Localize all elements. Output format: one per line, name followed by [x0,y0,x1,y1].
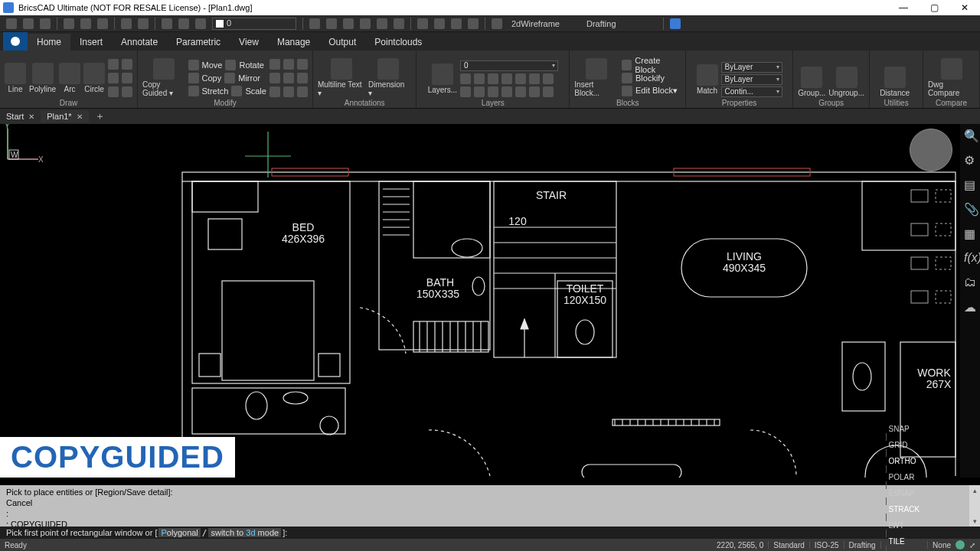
tab-view[interactable]: View [230,34,268,51]
qat-i5-icon[interactable] [377,18,387,29]
lineweight-select[interactable]: ByLayer [721,74,782,85]
tab-insert[interactable]: Insert [70,34,112,51]
workspace-select[interactable]: Drafting [583,19,657,28]
mod-s8-icon[interactable] [283,86,294,97]
lay-s1-icon[interactable] [460,73,471,84]
status-toggle-strack[interactable]: STRACK [886,505,923,514]
arc-button[interactable]: Arc [59,63,80,93]
mod-s5-icon[interactable] [283,73,294,83]
status-gear-icon[interactable] [956,540,965,549]
lay-s12-icon[interactable] [515,86,526,97]
qat-vs-icon[interactable] [492,18,502,29]
qat-help-icon[interactable] [670,18,681,29]
cmd-opt-polygonal[interactable]: Polygonal [158,528,200,537]
draw-small4-icon[interactable] [122,73,132,83]
lay-s9-icon[interactable] [474,86,485,97]
doctab-plan1[interactable]: Plan1*✕ [41,110,88,122]
panel-settings-icon[interactable]: ⚙ [964,153,976,165]
lay-s4-icon[interactable] [501,73,512,84]
rotate-icon[interactable] [225,60,236,70]
qat-layer1-icon[interactable] [162,18,172,29]
panel-attach-icon[interactable]: 📎 [964,202,976,214]
qat-i9-icon[interactable] [451,18,462,29]
color-select[interactable]: ByLayer [721,62,782,73]
panel-search-icon[interactable]: 🔍 [964,129,976,141]
mod-s2-icon[interactable] [283,59,294,70]
qat-i1-icon[interactable] [309,18,320,29]
layer-current-select[interactable]: 0 [460,60,558,71]
distance-button[interactable]: Distance [880,67,910,97]
mod-s3-icon[interactable] [297,59,308,70]
linetype-select[interactable]: Contin... [721,86,782,97]
mod-s1-icon[interactable] [270,59,280,70]
lay-s11-icon[interactable] [501,86,512,97]
copy-icon[interactable] [188,73,199,83]
status-toggle-grid[interactable]: GRID [886,441,911,449]
layers-button[interactable]: Layers... [428,64,457,94]
qat-i6-icon[interactable] [394,18,404,29]
lay-s2-icon[interactable] [474,73,485,84]
dwgcompare-button[interactable]: Dwg Compare [928,58,975,97]
draw-small2-icon[interactable] [122,59,132,70]
cmd-scrollbar[interactable]: ▴▾ [969,485,980,527]
panel-tree-icon[interactable]: 🗂 [964,276,976,288]
move-icon[interactable] [188,60,199,70]
doctab-start-close[interactable]: ✕ [28,112,34,121]
qat-publish-icon[interactable] [97,18,108,29]
drawing-canvas[interactable]: BED 426X396 BATH 150X335 STAIR 120 TOILE… [0,124,980,478]
status-toggle-polar[interactable]: POLAR [886,473,918,481]
lay-s6-icon[interactable] [529,73,540,84]
draw-small6-icon[interactable] [122,86,132,97]
stretch-icon[interactable] [188,86,199,96]
cmd-opt-3dmode[interactable]: switch to 3d mode [208,528,281,537]
qat-layer3-icon[interactable] [195,18,206,29]
group-button[interactable]: Group... [798,67,825,97]
draw-small5-icon[interactable] [108,86,119,97]
line-button[interactable]: Line [5,63,26,93]
ungroup-button[interactable]: Ungroup... [828,67,864,97]
status-toggle-lwt[interactable]: LWT [886,521,907,530]
tab-home[interactable]: Home [28,34,70,51]
panel-struct-icon[interactable]: ▦ [964,227,976,239]
insertblock-button[interactable]: Insert Block... [574,58,619,97]
lay-s14-icon[interactable] [543,86,554,97]
lay-s5-icon[interactable] [515,73,526,84]
status-toggle-tile[interactable]: TILE [886,537,908,546]
tab-manage[interactable]: Manage [268,34,319,51]
command-history[interactable]: Pick to place entities or [Region/Save d… [0,485,980,527]
doctab-plan1-close[interactable]: ✕ [77,112,83,121]
status-toggle-snap[interactable]: SNAP [886,425,913,433]
tab-pointclouds[interactable]: Pointclouds [365,34,431,51]
qat-redo-icon[interactable] [138,18,149,29]
status-workspace[interactable]: Drafting [849,541,876,549]
qat-undo-icon[interactable] [121,18,132,29]
qat-i7-icon[interactable] [417,18,428,29]
qat-open-icon[interactable] [23,18,34,29]
maximize-button[interactable]: ▢ [919,2,949,13]
lay-s7-icon[interactable] [543,73,554,84]
lay-s3-icon[interactable] [488,73,498,84]
circle-button[interactable]: Circle [83,63,105,93]
mod-s7-icon[interactable] [270,86,280,97]
status-toggle-esnap[interactable]: ESNAP [886,489,918,497]
matchprop-button[interactable]: Match [697,64,718,95]
editblock-button[interactable]: Edit Block▾ [622,85,681,96]
draw-small1-icon[interactable] [108,59,119,70]
view-cube[interactable] [910,129,952,171]
mod-s6-icon[interactable] [297,73,308,83]
qat-new-icon[interactable] [6,18,17,29]
mirror-icon[interactable] [224,73,235,83]
mod-s9-icon[interactable] [297,86,308,97]
close-button[interactable]: ✕ [949,2,980,13]
createblock-button[interactable]: Create Block [622,59,681,70]
status-expand-icon[interactable]: ⤢ [969,541,975,549]
status-anno[interactable]: None [933,541,951,549]
qat-print-icon[interactable] [64,18,74,29]
tab-annotate[interactable]: Annotate [112,34,167,51]
qat-i2-icon[interactable] [326,18,337,29]
qat-layer2-icon[interactable] [178,18,189,29]
qat-i3-icon[interactable] [343,18,354,29]
panel-layers-icon[interactable]: ▤ [964,178,976,190]
polyline-button[interactable]: Polyline [29,63,56,93]
dimension-button[interactable]: Dimension ▾ [368,58,408,97]
